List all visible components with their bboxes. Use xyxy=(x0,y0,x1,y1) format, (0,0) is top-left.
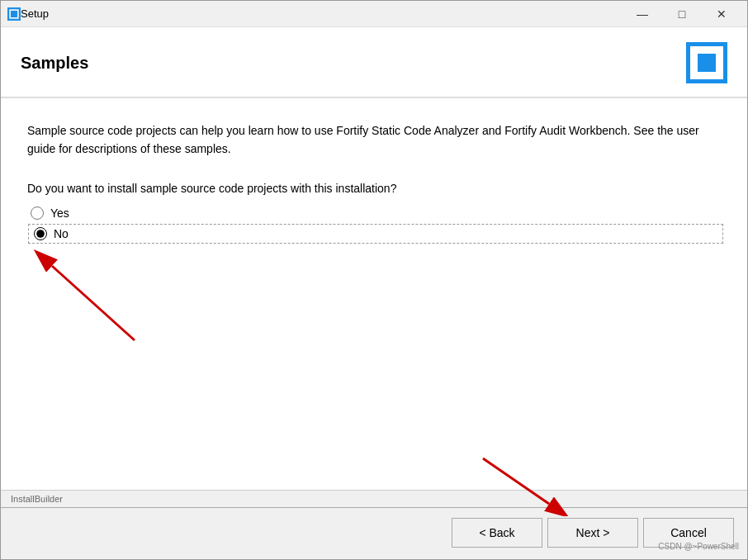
radio-yes[interactable] xyxy=(31,206,44,220)
install-builder-label: InstallBuilder xyxy=(1,491,747,504)
content-area: Sample source code projects can help you… xyxy=(1,98,747,490)
radio-option-no[interactable]: No xyxy=(31,226,721,241)
footer-section: InstallBuilder < Back Next > Cancel xyxy=(1,490,747,559)
header-section: Samples xyxy=(1,27,747,98)
radio-group: Yes No xyxy=(31,206,721,241)
title-bar-controls: — □ ✕ xyxy=(623,2,741,26)
close-button[interactable]: ✕ xyxy=(703,2,741,26)
fortify-logo xyxy=(686,42,727,83)
description-text: Sample source code projects can help you… xyxy=(27,121,721,159)
annotation-arrow-container xyxy=(27,249,721,349)
next-button[interactable]: Next > xyxy=(547,518,638,548)
setup-icon xyxy=(7,7,21,21)
radio-no-label: No xyxy=(54,227,69,240)
annotation-arrow xyxy=(27,249,192,349)
page-title: Samples xyxy=(21,54,88,73)
window-title: Setup xyxy=(21,7,623,20)
setup-window: Setup — □ ✕ Samples Sample source code p… xyxy=(0,0,748,560)
question-text: Do you want to install sample source cod… xyxy=(27,182,721,195)
svg-rect-1 xyxy=(11,11,17,17)
radio-yes-label: Yes xyxy=(50,206,69,220)
maximize-button[interactable]: □ xyxy=(663,2,701,26)
svg-rect-3 xyxy=(698,54,716,72)
footer-buttons: < Back Next > Cancel xyxy=(1,508,747,559)
radio-no[interactable] xyxy=(34,227,47,240)
cancel-button[interactable]: Cancel xyxy=(643,518,734,548)
back-button[interactable]: < Back xyxy=(452,518,542,548)
svg-line-5 xyxy=(52,266,135,340)
title-bar: Setup — □ ✕ xyxy=(1,1,747,27)
radio-option-yes[interactable]: Yes xyxy=(31,206,721,220)
minimize-button[interactable]: — xyxy=(623,2,661,26)
